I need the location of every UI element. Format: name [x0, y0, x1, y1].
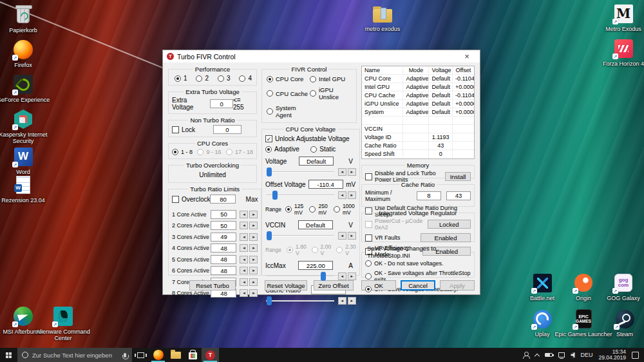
- zero-offset-button[interactable]: Zero Offset: [314, 280, 354, 291]
- ratio-input[interactable]: 50: [211, 210, 236, 219]
- apply-button[interactable]: Apply: [440, 280, 475, 291]
- performance-radio-4[interactable]: 4: [239, 75, 252, 82]
- powercut-status-button[interactable]: Locked: [428, 220, 471, 229]
- ratio-input[interactable]: 48: [211, 266, 236, 275]
- spinner-left-icon[interactable]: [338, 272, 346, 280]
- network-icon[interactable]: [558, 352, 565, 357]
- fivr-radio-cpu-core[interactable]: CPU Core: [267, 75, 310, 82]
- desktop-icon-metro-exodus[interactable]: Metro Exodus: [596, 3, 644, 32]
- range-1000mv-radio[interactable]: 1000 mV: [334, 203, 356, 216]
- performance-radio-1[interactable]: 1: [175, 75, 187, 82]
- fivr-radio-cpu-cache[interactable]: CPU Cache: [267, 86, 310, 100]
- desktop-icon-firefox[interactable]: Firefox: [0, 39, 46, 68]
- overclock-checkbox[interactable]: Overclock: [172, 196, 210, 203]
- chevron-up-icon[interactable]: [535, 353, 540, 358]
- cancel-button[interactable]: Cancel: [401, 280, 435, 291]
- title-bar[interactable]: Turbo FIVR Control: [163, 50, 480, 62]
- desktop-icon-gog-galaxy[interactable]: GOG Galaxy: [603, 272, 644, 301]
- lock-checkbox[interactable]: Lock: [172, 126, 195, 133]
- taskbar-explorer-button[interactable]: [167, 348, 184, 362]
- offset-voltage-slider[interactable]: [265, 191, 335, 200]
- spinner-left-icon[interactable]: [240, 256, 248, 263]
- spinner-left-icon[interactable]: [338, 297, 346, 305]
- reset-turbo-button[interactable]: Reset Turbo: [189, 280, 236, 291]
- adaptive-radio[interactable]: Adaptive: [265, 146, 310, 153]
- fivr-radio-igpu-unslice[interactable]: iGPU Unslice: [310, 86, 353, 100]
- fivr-radio-system-agent[interactable]: System Agent: [267, 104, 310, 119]
- ratio-input[interactable]: 48: [211, 243, 236, 252]
- cache-min-input[interactable]: 8: [417, 191, 441, 200]
- iccmax-slider[interactable]: [265, 272, 335, 281]
- slider-thumb[interactable]: [267, 167, 272, 176]
- spinner-left-icon[interactable]: [338, 232, 346, 240]
- spinner-left-icon[interactable]: [240, 211, 248, 218]
- spinner-left-icon[interactable]: [240, 244, 248, 252]
- vccin-slider[interactable]: [265, 231, 335, 240]
- action-center-icon[interactable]: [632, 352, 639, 359]
- spinner-right-icon[interactable]: [348, 272, 356, 280]
- slider-thumb[interactable]: [272, 191, 278, 200]
- search-box[interactable]: Zur Suche Text hier eingeben: [17, 348, 132, 362]
- iccmax-value-box[interactable]: 225.00: [298, 261, 333, 270]
- desktop-icon-geforce-experience[interactable]: GeForce Experience: [0, 73, 50, 103]
- taskbar-store-button[interactable]: [184, 348, 202, 362]
- taskbar-firefox-button[interactable]: [149, 348, 167, 362]
- desktop-icon-rezension[interactable]: Rezension 23.04: [0, 174, 50, 204]
- unlock-voltage-checkbox[interactable]: Unlock Adjustable Voltage: [265, 135, 356, 142]
- vccin-value-box[interactable]: Default: [298, 220, 333, 229]
- language-indicator[interactable]: DEU: [580, 352, 592, 358]
- offset-voltage-box[interactable]: -110.4: [308, 180, 343, 189]
- cores-radio-1-8[interactable]: 1 - 8: [172, 149, 193, 155]
- desktop-icon-forza-horizon-4[interactable]: Forza Horizon 4: [596, 37, 644, 67]
- extra-voltage-input[interactable]: 0: [210, 99, 233, 108]
- spinner-right-icon[interactable]: [249, 256, 258, 263]
- spinner-left-icon[interactable]: [240, 222, 248, 229]
- ratio-input[interactable]: 49: [211, 233, 236, 242]
- save-option-none[interactable]: OK - Do not save voltages.: [365, 260, 471, 267]
- reset-voltage-button[interactable]: Reset Voltage: [265, 280, 307, 291]
- spinner-left-icon[interactable]: [240, 233, 248, 241]
- slider-thumb[interactable]: [267, 296, 272, 305]
- spinner-right-icon[interactable]: [249, 267, 258, 274]
- spinner-left-icon[interactable]: [338, 168, 346, 176]
- cache-max-input[interactable]: 43: [446, 191, 471, 200]
- desktop-icon-kaspersky[interactable]: Kaspersky Internet Security: [0, 108, 50, 144]
- range-250mv-radio[interactable]: 250 mV: [309, 203, 329, 216]
- fivr-radio-intel-gpu[interactable]: Intel GPU: [310, 75, 353, 82]
- people-icon[interactable]: [522, 352, 529, 359]
- microphone-icon[interactable]: [124, 353, 126, 357]
- performance-radio-3[interactable]: 3: [218, 75, 231, 82]
- spinner-right-icon[interactable]: [348, 168, 356, 176]
- start-button[interactable]: [0, 348, 17, 362]
- spinner-right-icon[interactable]: [348, 191, 356, 199]
- close-icon[interactable]: [458, 50, 476, 62]
- desktop-icon-steam[interactable]: Steam: [605, 308, 644, 338]
- desktop-icon-recycle-bin[interactable]: Papierkorb: [0, 4, 46, 33]
- spinner-left-icon[interactable]: [240, 267, 248, 274]
- cache-ratio-slider[interactable]: [265, 296, 335, 305]
- static-radio[interactable]: Static: [310, 146, 355, 153]
- max-ratio-input[interactable]: 80: [210, 195, 236, 204]
- ratio-input[interactable]: 48: [211, 255, 236, 264]
- slider-thumb[interactable]: [267, 231, 272, 240]
- desktop-icon-word[interactable]: Word: [0, 146, 46, 175]
- taskbar-throttlestop-button[interactable]: [202, 348, 219, 362]
- voltage-value-box[interactable]: Default: [299, 157, 334, 166]
- spinner-right-icon[interactable]: [348, 297, 356, 305]
- range-125mv-radio[interactable]: 125 mV: [285, 203, 305, 216]
- vr-faults-checkbox[interactable]: VR Faults: [365, 234, 401, 242]
- voltage-slider[interactable]: [265, 167, 335, 176]
- battery-icon[interactable]: [545, 353, 553, 357]
- taskbar-clock[interactable]: 15:34 29.04.2019: [598, 349, 626, 361]
- task-view-button[interactable]: [132, 348, 149, 362]
- non-turbo-ratio-input[interactable]: 0: [213, 125, 242, 134]
- spinner-right-icon[interactable]: [249, 233, 258, 241]
- spinner-right-icon[interactable]: [348, 232, 356, 240]
- spinner-left-icon[interactable]: [338, 191, 346, 199]
- spinner-right-icon[interactable]: [249, 244, 258, 252]
- slider-thumb[interactable]: [321, 272, 326, 281]
- desktop-icon-metro-exodus-folder[interactable]: metro exodus: [355, 3, 410, 32]
- ratio-input[interactable]: 50: [211, 221, 236, 230]
- install-button[interactable]: Install: [445, 172, 471, 181]
- spinner-right-icon[interactable]: [249, 211, 258, 218]
